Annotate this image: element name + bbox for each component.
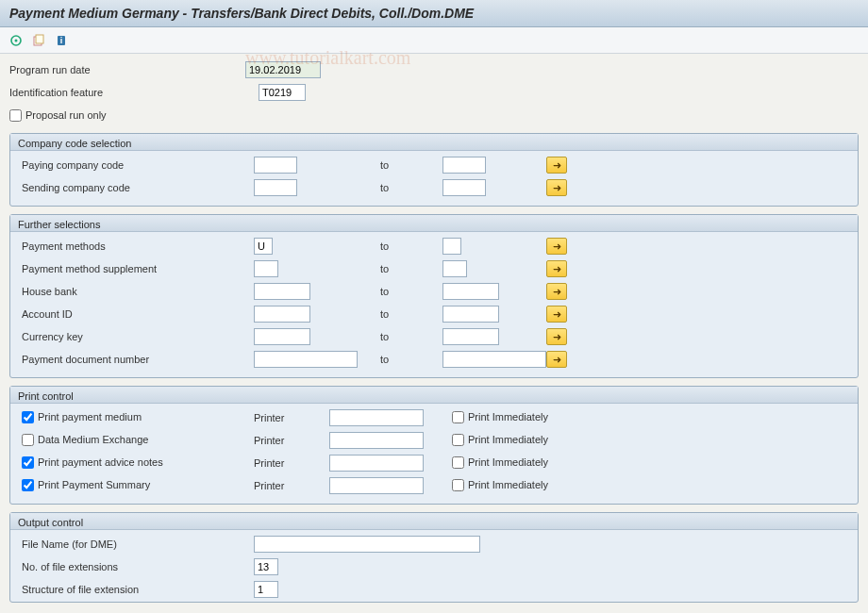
- range-row: Payment methodsto➜: [18, 236, 850, 257]
- output-row: No. of file extensions: [18, 556, 850, 577]
- printer-field[interactable]: [329, 432, 424, 449]
- from-field[interactable]: [254, 179, 297, 196]
- to-label: to: [376, 308, 442, 320]
- print-immediately-checkbox[interactable]: Print Immediately: [452, 456, 548, 469]
- multiple-selection-button[interactable]: ➜: [546, 306, 567, 323]
- proposal-run-checkbox[interactable]: Proposal run only: [9, 109, 107, 122]
- to-field[interactable]: [442, 328, 499, 345]
- to-label: to: [376, 159, 442, 171]
- print-row: Data Medium ExchangePrinterPrint Immedia…: [18, 430, 850, 451]
- output-row: File Name (for DME): [18, 534, 850, 555]
- print-immediately-checkbox-input[interactable]: [452, 456, 464, 469]
- print-option-label: Print payment medium: [38, 411, 142, 422]
- program-run-date-field[interactable]: [245, 61, 321, 78]
- field-label: Payment document number: [18, 354, 254, 365]
- print-option-checkbox-input[interactable]: [22, 456, 34, 469]
- print-immediately-label: Print Immediately: [468, 434, 548, 445]
- range-row: Currency keyto➜: [18, 326, 850, 347]
- multiple-selection-button[interactable]: ➜: [546, 283, 567, 300]
- multiple-selection-button[interactable]: ➜: [546, 157, 567, 174]
- output-row: Structure of file extension: [18, 579, 850, 600]
- multiple-selection-button[interactable]: ➜: [546, 179, 567, 196]
- range-row: Paying company codeto➜: [18, 155, 850, 175]
- company-code-group: Company code selection Paying company co…: [9, 133, 859, 207]
- print-option-label: Print Payment Summary: [38, 479, 150, 490]
- print-option-label: Print payment advice notes: [38, 456, 163, 468]
- to-field[interactable]: [442, 157, 486, 174]
- identification-field[interactable]: [259, 84, 306, 101]
- print-option-checkbox[interactable]: Print Payment Summary: [22, 479, 150, 491]
- print-immediately-checkbox[interactable]: Print Immediately: [452, 411, 548, 423]
- from-field[interactable]: [254, 351, 358, 368]
- to-field[interactable]: [442, 351, 546, 368]
- output-control-title: Output control: [10, 513, 858, 530]
- to-field[interactable]: [442, 260, 467, 277]
- print-immediately-checkbox[interactable]: Print Immediately: [452, 434, 548, 446]
- print-option-checkbox[interactable]: Data Medium Exchange: [22, 434, 148, 446]
- from-field[interactable]: [254, 283, 310, 300]
- from-field[interactable]: [254, 260, 278, 277]
- program-run-date-label: Program run date: [9, 64, 245, 75]
- multiple-selection-button[interactable]: ➜: [546, 328, 567, 345]
- output-field[interactable]: [254, 558, 278, 575]
- to-label: to: [376, 286, 442, 297]
- from-field[interactable]: [254, 238, 273, 255]
- to-field[interactable]: [442, 238, 461, 255]
- further-selections-title: Further selections: [10, 215, 858, 232]
- print-option-checkbox[interactable]: Print payment advice notes: [22, 456, 163, 469]
- identification-row: Identification feature: [9, 82, 859, 103]
- variant-icon[interactable]: [30, 32, 47, 49]
- to-field[interactable]: [442, 306, 499, 323]
- from-field[interactable]: [254, 328, 310, 345]
- print-immediately-checkbox-input[interactable]: [452, 434, 464, 446]
- multiple-selection-button[interactable]: ➜: [546, 260, 567, 277]
- to-field[interactable]: [442, 283, 499, 300]
- output-field-label: No. of file extensions: [18, 561, 254, 572]
- to-label: to: [376, 331, 442, 342]
- output-field-label: File Name (for DME): [18, 538, 254, 550]
- to-field[interactable]: [442, 179, 486, 196]
- range-row: Account IDto➜: [18, 304, 850, 324]
- printer-label: Printer: [254, 412, 329, 423]
- proposal-run-checkbox-input[interactable]: [9, 109, 22, 122]
- field-label: Payment methods: [18, 240, 254, 252]
- print-row: Print Payment SummaryPrinterPrint Immedi…: [18, 475, 850, 496]
- further-selections-group: Further selections Payment methodsto➜Pay…: [9, 214, 859, 378]
- field-label: Sending company code: [18, 182, 254, 193]
- field-label: Payment method supplement: [18, 263, 254, 274]
- output-field-label: Structure of file extension: [18, 584, 254, 595]
- from-field[interactable]: [254, 306, 310, 323]
- to-label: to: [376, 182, 442, 193]
- output-field[interactable]: [254, 581, 278, 598]
- output-field[interactable]: [254, 536, 480, 553]
- multiple-selection-button[interactable]: ➜: [546, 351, 567, 368]
- multiple-selection-button[interactable]: ➜: [546, 238, 567, 255]
- printer-field[interactable]: [329, 409, 424, 426]
- printer-field[interactable]: [329, 477, 424, 494]
- range-row: Payment method supplementto➜: [18, 258, 850, 279]
- program-run-date-row: Program run date: [9, 59, 859, 80]
- to-label: to: [376, 354, 442, 365]
- svg-rect-3: [36, 35, 43, 43]
- field-label: Account ID: [18, 308, 254, 320]
- print-immediately-checkbox[interactable]: Print Immediately: [452, 479, 548, 491]
- range-row: House bankto➜: [18, 281, 850, 302]
- print-option-checkbox-input[interactable]: [22, 411, 34, 423]
- execute-icon[interactable]: [8, 32, 25, 49]
- company-code-title: Company code selection: [10, 134, 858, 151]
- printer-label: Printer: [254, 457, 329, 469]
- print-option-checkbox-input[interactable]: [22, 479, 34, 491]
- print-option-label: Data Medium Exchange: [38, 434, 148, 445]
- printer-label: Printer: [254, 435, 329, 446]
- print-immediately-checkbox-input[interactable]: [452, 411, 464, 423]
- identification-label: Identification feature: [9, 87, 245, 98]
- print-option-checkbox[interactable]: Print payment medium: [22, 411, 142, 423]
- print-option-checkbox-input[interactable]: [22, 434, 34, 446]
- info-icon[interactable]: i: [53, 32, 70, 49]
- from-field[interactable]: [254, 157, 297, 174]
- svg-point-1: [15, 39, 18, 41]
- output-control-group: Output control File Name (for DME)No. of…: [9, 512, 859, 603]
- range-row: Payment document numberto➜: [18, 349, 850, 370]
- print-immediately-checkbox-input[interactable]: [452, 479, 464, 491]
- printer-field[interactable]: [329, 455, 424, 472]
